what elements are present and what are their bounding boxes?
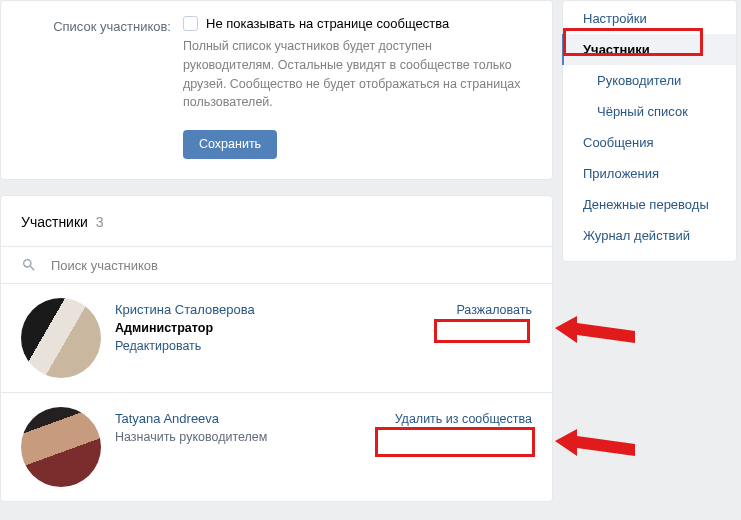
sidebar-item-transfers[interactable]: Денежные переводы bbox=[563, 189, 736, 220]
sidebar-item-settings[interactable]: Настройки bbox=[563, 1, 736, 34]
hide-members-checkbox[interactable] bbox=[183, 16, 198, 31]
member-assign-link[interactable]: Назначить руководителем bbox=[115, 430, 395, 444]
members-title: Участники bbox=[21, 214, 88, 230]
avatar[interactable] bbox=[21, 298, 101, 378]
member-role: Администратор bbox=[115, 321, 456, 335]
save-button[interactable]: Сохранить bbox=[183, 130, 277, 159]
search-input[interactable] bbox=[51, 258, 532, 273]
settings-block: Список участников: Не показывать на стра… bbox=[0, 0, 553, 180]
arrow-icon bbox=[555, 313, 635, 351]
members-search[interactable] bbox=[1, 246, 552, 284]
sidebar-item-blacklist[interactable]: Чёрный список bbox=[563, 96, 736, 127]
members-header: Участники 3 bbox=[1, 196, 552, 246]
settings-sidebar: Настройки Участники Руководители Чёрный … bbox=[562, 0, 737, 262]
member-row: Кристина Сталоверова Администратор Редак… bbox=[1, 284, 552, 393]
remove-link[interactable]: Удалить из сообщества bbox=[395, 412, 532, 426]
svg-marker-0 bbox=[555, 316, 635, 343]
member-edit-link[interactable]: Редактировать bbox=[115, 339, 456, 353]
sidebar-item-managers[interactable]: Руководители bbox=[563, 65, 736, 96]
members-list-label: Список участников: bbox=[21, 16, 183, 34]
member-name[interactable]: Кристина Сталоверова bbox=[115, 302, 456, 317]
member-row: Tatyana Andreeva Назначить руководителем… bbox=[1, 393, 552, 501]
svg-marker-1 bbox=[555, 429, 635, 456]
sidebar-item-apps[interactable]: Приложения bbox=[563, 158, 736, 189]
sidebar-item-members[interactable]: Участники bbox=[562, 34, 736, 65]
arrow-icon bbox=[555, 426, 635, 464]
hide-members-checkbox-label: Не показывать на странице сообщества bbox=[206, 16, 449, 31]
demote-link[interactable]: Разжаловать bbox=[456, 303, 532, 317]
hide-members-hint: Полный список участников будет доступен … bbox=[183, 37, 532, 112]
sidebar-item-actionlog[interactable]: Журнал действий bbox=[563, 220, 736, 251]
avatar[interactable] bbox=[21, 407, 101, 487]
members-count: 3 bbox=[96, 214, 104, 230]
search-icon bbox=[21, 257, 37, 273]
members-block: Участники 3 Кристина Сталоверова Админис… bbox=[0, 195, 553, 502]
member-name[interactable]: Tatyana Andreeva bbox=[115, 411, 395, 426]
sidebar-item-messages[interactable]: Сообщения bbox=[563, 127, 736, 158]
